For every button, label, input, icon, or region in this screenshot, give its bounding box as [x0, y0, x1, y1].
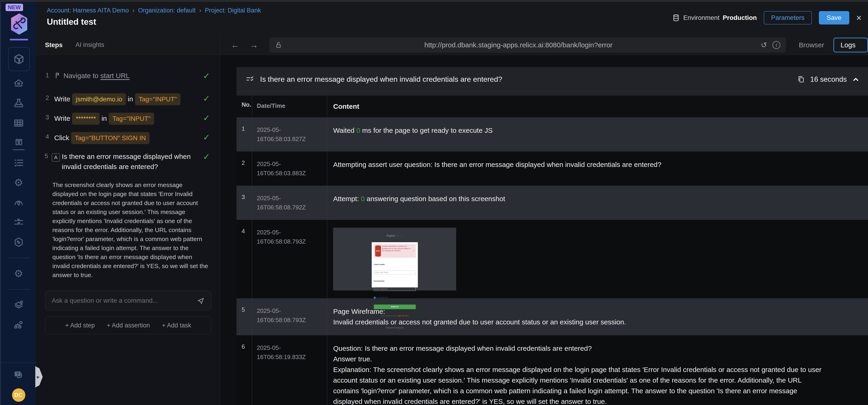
row-content: Page Wireframe: Invalid credentials or a…	[327, 298, 868, 335]
value-chip: ********	[72, 113, 99, 125]
screenshot-thumbnail[interactable]: Digital Bank Error Invalid credentials o…	[333, 228, 456, 290]
sidebar-item-list[interactable]	[13, 157, 24, 168]
home-icon	[13, 78, 24, 89]
pipeline-icon	[13, 217, 24, 228]
sidebar-item-layers-settings[interactable]	[13, 300, 24, 310]
breadcrumb-project[interactable]: Project: Digital Bank	[205, 7, 261, 14]
duration-label: 16 seconds	[810, 75, 847, 84]
url-text: http://prod.dbank.staging-apps.relicx.ai…	[282, 41, 755, 49]
help-chat-button[interactable]: ?	[13, 370, 24, 380]
step-success-icon: ✓	[203, 151, 210, 162]
question-text: Is there an error message displayed when…	[260, 75, 502, 84]
close-icon[interactable]: ×	[856, 13, 862, 23]
table-row: 6 2025-05-16T06:58:19.833Z Question: Is …	[237, 335, 868, 405]
flask-icon	[13, 98, 24, 109]
environment-selector[interactable]: Environment Production	[672, 14, 757, 22]
sidebar-item-admin-settings[interactable]: ⚙	[13, 268, 24, 279]
mini-close-icon: ×	[413, 245, 414, 256]
steps-tabs: Steps AI insights	[36, 35, 220, 55]
table-row: 3 2025-05-16T06:58:08.792Z Attempt: 0 an…	[237, 186, 868, 220]
sidebar-bottom: ? DC	[1, 363, 36, 405]
icon-sidebar: NEW	[0, 2, 36, 405]
log-table-header: No. Date/Time Content	[237, 95, 868, 117]
table-row: 5 2025-05-16T06:58:08.793Z Page Wirefram…	[237, 298, 868, 335]
environment-label: Environment	[683, 14, 719, 22]
row-datetime: 2025-05-16T06:58:08.792Z	[252, 186, 327, 220]
user-avatar[interactable]: DC	[12, 388, 25, 402]
row-datetime: 2025-05-16T06:58:08.793Z	[252, 298, 327, 335]
row-content: Digital Bank Error Invalid credentials o…	[327, 220, 868, 298]
checklist-icon	[246, 75, 254, 84]
lock-open-icon	[275, 41, 282, 49]
sidebar-item-home[interactable]	[13, 78, 24, 89]
breadcrumb-separator: ›	[132, 7, 134, 14]
org-gear-icon	[13, 320, 24, 330]
harness-aita-logo-icon[interactable]	[9, 12, 30, 35]
sidebar-item-editor[interactable]	[13, 138, 24, 148]
copy-icon[interactable]	[797, 76, 805, 83]
step-success-icon: ✓	[203, 113, 210, 123]
target-chip: Tag="BUTTON" SIGN IN	[71, 132, 150, 144]
row-content: Waited 0 ms for the page to get ready to…	[327, 117, 868, 151]
sidebar-item-grid[interactable]	[13, 118, 24, 128]
mini-login-card: Error Invalid credentials or access not …	[372, 242, 418, 287]
row-datetime: 2025-05-16T06:58:08.793Z	[252, 220, 327, 298]
table-row: 2 2025-05-16T06:58:03.883Z Attempting as…	[237, 151, 868, 186]
value-chip: jsmith@demo.io	[72, 93, 126, 105]
gear-icon: ⚙	[14, 268, 23, 279]
sidebar-item-org-settings[interactable]	[13, 320, 24, 330]
col-datetime: Date/Time	[252, 95, 327, 117]
step-row-5[interactable]: 5 A Is there an error message displayed …	[42, 148, 210, 175]
row-no: 2	[237, 151, 252, 186]
module-selector[interactable]	[8, 47, 30, 71]
col-no: No.	[237, 95, 252, 117]
add-assertion-button[interactable]: + Add assertion	[107, 322, 150, 329]
refresh-icon[interactable]: ↺	[761, 41, 767, 50]
steps-panel: 1 Navigate to start URL ✓ 2 Writejsmith@…	[36, 55, 220, 405]
triangle-right-icon: ▶	[37, 375, 40, 379]
step-row-1[interactable]: 1 Navigate to start URL ✓	[42, 67, 210, 85]
tab-ai-insights[interactable]: AI insights	[75, 41, 104, 49]
question-header[interactable]: Is there an error message displayed when…	[237, 67, 868, 92]
mini-login-title: Digital Bank	[386, 230, 403, 241]
tab-steps[interactable]: Steps	[45, 41, 63, 49]
url-bar[interactable]: http://prod.dbank.staging-apps.relicx.ai…	[269, 37, 786, 53]
info-icon[interactable]: i	[773, 41, 780, 49]
mini-username-field: Enter User Name	[374, 270, 416, 274]
breadcrumb-account[interactable]: Account: Harness AITA Demo	[47, 7, 129, 14]
step-row-2[interactable]: 2 Writejsmith@demo.ioinTag="INPUT" ✓	[42, 90, 210, 109]
sidebar-item-pipelines[interactable]	[13, 217, 24, 228]
browser-tab[interactable]: Browser	[799, 41, 824, 49]
row-content: Attempt: 0 answering question based on t…	[327, 186, 868, 220]
save-button[interactable]: Save	[819, 11, 849, 25]
row-no: 4	[237, 220, 252, 298]
row-no: 5	[237, 298, 252, 335]
add-step-button[interactable]: + Add step	[65, 322, 95, 329]
sidebar-item-lab[interactable]	[13, 98, 24, 109]
row-content: Attempting assert user question: Is ther…	[327, 151, 868, 186]
send-icon[interactable]	[197, 297, 205, 305]
chevron-up-icon[interactable]	[852, 76, 860, 83]
incognito-icon	[13, 197, 24, 208]
parameters-button[interactable]: Parameters	[764, 11, 812, 25]
sidebar-divider	[8, 289, 30, 290]
add-task-button[interactable]: + Add task	[162, 322, 191, 329]
step-row-3[interactable]: 3 Write********inTag="INPUT" ✓	[42, 109, 210, 128]
command-input[interactable]: Ask a question or write a command...	[45, 291, 211, 311]
sidebar-item-incognito[interactable]	[13, 197, 24, 208]
mini-error-alert: Error Invalid credentials or access not …	[374, 244, 416, 258]
sidebar-divider	[8, 258, 30, 258]
breadcrumb-org[interactable]: Organization: default	[138, 7, 195, 14]
cube-icon	[13, 53, 25, 65]
step-row-4[interactable]: 4 ClickTag="BUTTON" SIGN IN ✓	[42, 128, 210, 148]
task-list-icon	[13, 157, 24, 168]
start-url-link[interactable]: start URL	[100, 72, 130, 80]
back-arrow-icon[interactable]: ←	[231, 40, 239, 50]
logs-tab[interactable]: Logs	[833, 38, 868, 52]
row-no: 1	[237, 117, 252, 151]
sidebar-item-settings[interactable]: ⚙	[13, 177, 24, 188]
row-datetime: 2025-05-16T06:58:03.827Z	[252, 117, 327, 151]
forward-arrow-icon[interactable]: →	[250, 40, 258, 50]
assertion-explanation: The screenshot clearly shows an error me…	[52, 180, 210, 280]
sidebar-item-chaos[interactable]	[13, 237, 24, 248]
